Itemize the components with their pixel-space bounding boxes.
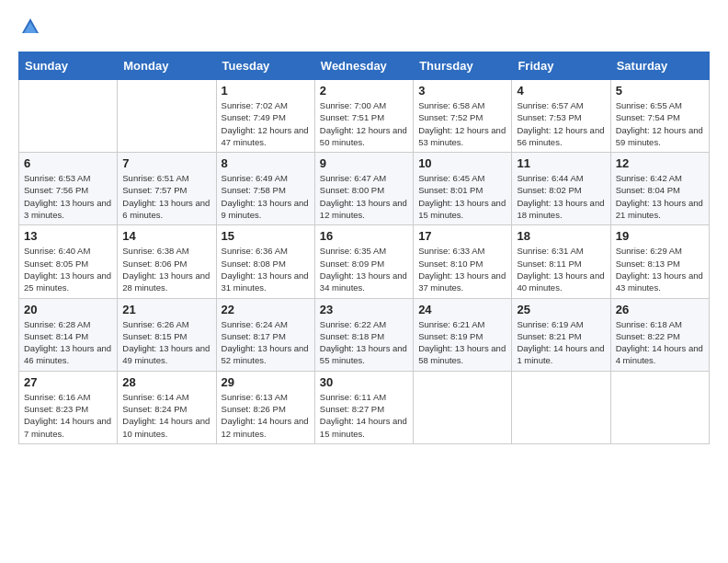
day-number: 1 — [222, 84, 310, 98]
logo — [18, 18, 40, 37]
day-number: 5 — [616, 84, 704, 98]
day-info: Sunrise: 6:49 AM Sunset: 7:58 PM Dayligh… — [222, 172, 310, 221]
day-info: Sunrise: 6:45 AM Sunset: 8:01 PM Dayligh… — [418, 172, 506, 221]
day-number: 22 — [222, 303, 310, 316]
calendar-cell: 25Sunrise: 6:19 AM Sunset: 8:21 PM Dayli… — [512, 298, 610, 371]
day-number: 16 — [320, 229, 408, 243]
day-header-friday: Friday — [512, 52, 610, 80]
logo-icon — [20, 17, 40, 37]
day-info: Sunrise: 6:57 AM Sunset: 7:53 PM Dayligh… — [517, 99, 605, 148]
day-info: Sunrise: 6:31 AM Sunset: 8:11 PM Dayligh… — [517, 245, 605, 293]
day-number: 17 — [418, 229, 506, 243]
calendar-cell — [512, 371, 610, 443]
day-number: 9 — [320, 156, 408, 170]
day-number: 10 — [418, 156, 506, 170]
calendar-cell: 30Sunrise: 6:11 AM Sunset: 8:27 PM Dayli… — [314, 371, 413, 443]
day-number: 8 — [222, 156, 310, 170]
calendar-cell — [19, 80, 118, 153]
calendar-cell: 16Sunrise: 6:35 AM Sunset: 8:09 PM Dayli… — [314, 225, 413, 298]
calendar-cell: 15Sunrise: 6:36 AM Sunset: 8:08 PM Dayli… — [216, 225, 314, 298]
day-number: 25 — [517, 303, 605, 316]
day-info: Sunrise: 6:29 AM Sunset: 8:13 PM Dayligh… — [616, 245, 704, 293]
day-info: Sunrise: 6:19 AM Sunset: 8:21 PM Dayligh… — [517, 318, 605, 367]
day-header-saturday: Saturday — [610, 52, 709, 80]
day-number: 3 — [418, 84, 506, 98]
day-info: Sunrise: 7:00 AM Sunset: 7:51 PM Dayligh… — [320, 99, 408, 148]
calendar-cell: 7Sunrise: 6:51 AM Sunset: 7:57 PM Daylig… — [118, 153, 216, 225]
logo-text — [18, 18, 40, 37]
calendar-cell: 29Sunrise: 6:13 AM Sunset: 8:26 PM Dayli… — [216, 371, 314, 443]
calendar-cell: 13Sunrise: 6:40 AM Sunset: 8:05 PM Dayli… — [19, 225, 118, 298]
calendar-cell: 8Sunrise: 6:49 AM Sunset: 7:58 PM Daylig… — [216, 153, 314, 225]
calendar-cell: 5Sunrise: 6:55 AM Sunset: 7:54 PM Daylig… — [610, 80, 709, 153]
day-info: Sunrise: 6:18 AM Sunset: 8:22 PM Dayligh… — [616, 318, 704, 367]
day-number: 27 — [24, 375, 112, 389]
calendar-cell: 6Sunrise: 6:53 AM Sunset: 7:56 PM Daylig… — [19, 153, 118, 225]
day-header-sunday: Sunday — [19, 52, 118, 80]
day-info: Sunrise: 6:24 AM Sunset: 8:17 PM Dayligh… — [222, 318, 310, 367]
calendar-cell: 27Sunrise: 6:16 AM Sunset: 8:23 PM Dayli… — [19, 371, 118, 443]
day-header-monday: Monday — [118, 52, 216, 80]
day-number: 26 — [616, 303, 704, 316]
day-info: Sunrise: 6:38 AM Sunset: 8:06 PM Dayligh… — [122, 245, 210, 293]
day-number: 7 — [122, 156, 210, 170]
day-number: 21 — [122, 303, 210, 316]
days-header-row: SundayMondayTuesdayWednesdayThursdayFrid… — [19, 52, 710, 80]
day-number: 4 — [517, 84, 605, 98]
calendar-cell: 4Sunrise: 6:57 AM Sunset: 7:53 PM Daylig… — [512, 80, 610, 153]
day-info: Sunrise: 6:13 AM Sunset: 8:26 PM Dayligh… — [222, 391, 310, 440]
calendar-cell: 24Sunrise: 6:21 AM Sunset: 8:19 PM Dayli… — [414, 298, 512, 371]
day-header-thursday: Thursday — [414, 52, 512, 80]
day-number: 11 — [517, 156, 605, 170]
day-info: Sunrise: 6:53 AM Sunset: 7:56 PM Dayligh… — [24, 172, 112, 221]
calendar-cell: 17Sunrise: 6:33 AM Sunset: 8:10 PM Dayli… — [414, 225, 512, 298]
calendar-cell: 19Sunrise: 6:29 AM Sunset: 8:13 PM Dayli… — [610, 225, 709, 298]
day-number: 13 — [24, 229, 112, 243]
calendar-cell: 10Sunrise: 6:45 AM Sunset: 8:01 PM Dayli… — [414, 153, 512, 225]
day-number: 30 — [320, 375, 408, 389]
day-number: 24 — [418, 303, 506, 316]
day-info: Sunrise: 6:21 AM Sunset: 8:19 PM Dayligh… — [418, 318, 506, 367]
day-info: Sunrise: 6:16 AM Sunset: 8:23 PM Dayligh… — [24, 391, 112, 440]
day-number: 15 — [222, 229, 310, 243]
day-info: Sunrise: 6:11 AM Sunset: 8:27 PM Dayligh… — [320, 391, 408, 440]
day-info: Sunrise: 6:28 AM Sunset: 8:14 PM Dayligh… — [24, 318, 112, 367]
calendar-cell: 2Sunrise: 7:00 AM Sunset: 7:51 PM Daylig… — [314, 80, 413, 153]
day-number: 28 — [122, 375, 210, 389]
calendar-cell: 22Sunrise: 6:24 AM Sunset: 8:17 PM Dayli… — [216, 298, 314, 371]
calendar-cell: 14Sunrise: 6:38 AM Sunset: 8:06 PM Dayli… — [118, 225, 216, 298]
calendar-cell: 20Sunrise: 6:28 AM Sunset: 8:14 PM Dayli… — [19, 298, 118, 371]
day-info: Sunrise: 6:26 AM Sunset: 8:15 PM Dayligh… — [122, 318, 210, 367]
day-number: 19 — [616, 229, 704, 243]
calendar-cell — [414, 371, 512, 443]
page-header — [18, 18, 710, 37]
calendar-week-2: 6Sunrise: 6:53 AM Sunset: 7:56 PM Daylig… — [19, 153, 710, 225]
calendar-cell: 23Sunrise: 6:22 AM Sunset: 8:18 PM Dayli… — [314, 298, 413, 371]
day-number: 23 — [320, 303, 408, 316]
day-number: 2 — [320, 84, 408, 98]
calendar-cell: 3Sunrise: 6:58 AM Sunset: 7:52 PM Daylig… — [414, 80, 512, 153]
day-info: Sunrise: 6:55 AM Sunset: 7:54 PM Dayligh… — [616, 99, 704, 148]
day-info: Sunrise: 6:42 AM Sunset: 8:04 PM Dayligh… — [616, 172, 704, 221]
calendar-cell: 28Sunrise: 6:14 AM Sunset: 8:24 PM Dayli… — [118, 371, 216, 443]
day-number: 6 — [24, 156, 112, 170]
calendar-cell: 1Sunrise: 7:02 AM Sunset: 7:49 PM Daylig… — [216, 80, 314, 153]
day-info: Sunrise: 6:40 AM Sunset: 8:05 PM Dayligh… — [24, 245, 112, 293]
day-info: Sunrise: 6:36 AM Sunset: 8:08 PM Dayligh… — [222, 245, 310, 293]
day-info: Sunrise: 7:02 AM Sunset: 7:49 PM Dayligh… — [222, 99, 310, 148]
day-info: Sunrise: 6:51 AM Sunset: 7:57 PM Dayligh… — [122, 172, 210, 221]
calendar-week-4: 20Sunrise: 6:28 AM Sunset: 8:14 PM Dayli… — [19, 298, 710, 371]
calendar-cell — [118, 80, 216, 153]
day-number: 18 — [517, 229, 605, 243]
calendar-cell: 9Sunrise: 6:47 AM Sunset: 8:00 PM Daylig… — [314, 153, 413, 225]
day-info: Sunrise: 6:22 AM Sunset: 8:18 PM Dayligh… — [320, 318, 408, 367]
calendar-table: SundayMondayTuesdayWednesdayThursdayFrid… — [18, 52, 710, 444]
calendar-body: 1Sunrise: 7:02 AM Sunset: 7:49 PM Daylig… — [19, 80, 710, 444]
calendar-cell: 12Sunrise: 6:42 AM Sunset: 8:04 PM Dayli… — [610, 153, 709, 225]
day-info: Sunrise: 6:58 AM Sunset: 7:52 PM Dayligh… — [418, 99, 506, 148]
day-info: Sunrise: 6:47 AM Sunset: 8:00 PM Dayligh… — [320, 172, 408, 221]
day-info: Sunrise: 6:35 AM Sunset: 8:09 PM Dayligh… — [320, 245, 408, 293]
calendar-cell: 21Sunrise: 6:26 AM Sunset: 8:15 PM Dayli… — [118, 298, 216, 371]
calendar-cell: 18Sunrise: 6:31 AM Sunset: 8:11 PM Dayli… — [512, 225, 610, 298]
day-header-wednesday: Wednesday — [314, 52, 413, 80]
